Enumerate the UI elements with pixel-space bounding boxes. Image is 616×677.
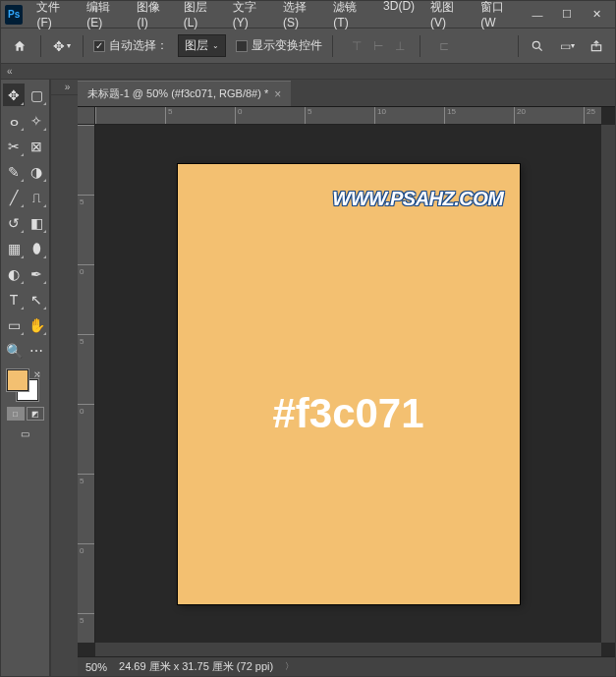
document-area: 未标题-1 @ 50% (#f3c071, RGB/8#) * × 505101… bbox=[78, 80, 615, 676]
history-brush-tool[interactable]: ↺ bbox=[3, 211, 25, 234]
separator bbox=[420, 35, 420, 57]
path-select-tool[interactable]: ↖ bbox=[26, 288, 47, 310]
quick-mask-row: □ ◩ bbox=[3, 407, 47, 421]
svg-point-0 bbox=[532, 41, 539, 48]
zoom-level[interactable]: 50% bbox=[85, 661, 107, 673]
align-bottom-icon[interactable]: ⊥ bbox=[390, 36, 410, 56]
menu-filter[interactable]: 滤镜(T) bbox=[325, 0, 375, 33]
show-transform-label: 显示变换控件 bbox=[252, 37, 322, 54]
toolbox: ✥▢ ⴰ✧ ✂⊠ ✎◑ ╱⎍ ↺◧ ▦⬮ ◐✒ T↖ ▭✋ 🔍⋯ ⤭ □ ◩ ▭ bbox=[1, 80, 50, 676]
show-transform-option[interactable]: 显示变换控件 bbox=[236, 37, 322, 54]
standard-mode-icon[interactable]: □ bbox=[7, 407, 25, 421]
tab-title: 未标题-1 @ 50% (#f3c071, RGB/8#) * bbox=[87, 86, 268, 101]
color-swatches: ⤭ bbox=[3, 369, 47, 403]
collapsed-panel-strip[interactable]: » bbox=[50, 80, 78, 676]
status-bar: 50% 24.69 厘米 x 31.75 厘米 (72 ppi) 〉 bbox=[78, 656, 615, 676]
menu-bar: 文件(F) 编辑(E) 图像(I) 图层(L) 文字(Y) 选择(S) 滤镜(T… bbox=[28, 0, 523, 33]
spot-heal-tool[interactable]: ◑ bbox=[26, 160, 47, 183]
canvas-viewport[interactable]: WWW.PSAHZ.COM #f3c071 bbox=[95, 125, 601, 643]
eyedropper-tool[interactable]: ✎ bbox=[3, 160, 25, 183]
document-tabs: 未标题-1 @ 50% (#f3c071, RGB/8#) * × bbox=[78, 80, 615, 107]
tab-close-icon[interactable]: × bbox=[274, 87, 281, 101]
document-tab[interactable]: 未标题-1 @ 50% (#f3c071, RGB/8#) * × bbox=[78, 81, 291, 106]
panel-collapse-bar[interactable]: » bbox=[51, 80, 78, 95]
align-vcenter-icon[interactable]: ⊢ bbox=[368, 36, 388, 56]
maximize-button[interactable]: ☐ bbox=[552, 5, 582, 25]
menu-select[interactable]: 选择(S) bbox=[275, 0, 325, 33]
search-icon[interactable] bbox=[527, 35, 548, 57]
chevron-down-icon: ⌄ bbox=[212, 41, 219, 50]
app-logo: Ps bbox=[5, 5, 23, 25]
screen-mode-toggle[interactable]: ▭ bbox=[17, 426, 34, 440]
auto-select-checkbox[interactable]: ✓ bbox=[93, 40, 105, 52]
foreground-color[interactable] bbox=[7, 369, 28, 391]
blur-tool[interactable]: ⬮ bbox=[26, 237, 47, 259]
pen-tool[interactable]: ✒ bbox=[26, 262, 47, 285]
brush-tool[interactable]: ╱ bbox=[3, 186, 25, 208]
close-button[interactable]: ✕ bbox=[582, 5, 611, 25]
menu-image[interactable]: 图像(I) bbox=[129, 0, 175, 33]
crop-tool[interactable]: ✂ bbox=[3, 135, 25, 157]
swap-colors-icon[interactable]: ⤭ bbox=[33, 369, 41, 379]
window-controls: — ☐ ✕ bbox=[523, 5, 611, 25]
marquee-tool[interactable]: ▢ bbox=[26, 84, 47, 106]
separator bbox=[518, 35, 519, 57]
minimize-button[interactable]: — bbox=[523, 5, 552, 25]
dropdown-value: 图层 bbox=[185, 37, 208, 54]
menu-window[interactable]: 窗口(W bbox=[473, 0, 523, 33]
menu-file[interactable]: 文件(F) bbox=[28, 0, 79, 33]
edit-toolbar[interactable]: ⋯ bbox=[26, 339, 47, 362]
move-tool-icon[interactable]: ✥▾ bbox=[51, 35, 73, 57]
menu-view[interactable]: 视图(V) bbox=[422, 0, 473, 33]
type-tool[interactable]: T bbox=[3, 288, 25, 310]
magic-wand-tool[interactable]: ✧ bbox=[26, 109, 47, 132]
scrollbar-vertical[interactable] bbox=[601, 125, 615, 643]
svg-line-1 bbox=[539, 47, 542, 50]
options-bar: ✥▾ ✓ 自动选择： 图层 ⌄ 显示变换控件 ⊤ ⊢ ⊥ ⊏ ▭▾ bbox=[1, 28, 615, 64]
screen-mode-row: ▭ bbox=[3, 426, 47, 440]
ruler-origin[interactable] bbox=[78, 107, 95, 125]
collapse-panels-bar[interactable]: « bbox=[1, 64, 615, 80]
separator bbox=[40, 35, 41, 57]
menu-type[interactable]: 文字(Y) bbox=[225, 0, 275, 33]
hex-label: #f3c071 bbox=[178, 390, 520, 437]
status-flyout-icon[interactable]: 〉 bbox=[285, 660, 294, 673]
hand-tool[interactable]: ✋ bbox=[26, 313, 47, 336]
screen-mode-icon[interactable]: ▭▾ bbox=[556, 35, 578, 57]
canvas-wrap: 50510152025 50505050 WWW.PSAHZ.COM #f3c0… bbox=[78, 107, 615, 656]
ruler-horizontal[interactable]: 50510152025 bbox=[95, 107, 601, 125]
scrollbar-horizontal[interactable] bbox=[95, 643, 601, 656]
auto-select-option[interactable]: ✓ 自动选择： bbox=[93, 37, 168, 54]
frame-tool[interactable]: ⊠ bbox=[26, 135, 47, 157]
auto-select-label: 自动选择： bbox=[109, 37, 168, 54]
home-button[interactable] bbox=[9, 35, 30, 57]
align-top-icon[interactable]: ⊤ bbox=[347, 36, 366, 56]
align-group: ⊤ ⊢ ⊥ bbox=[347, 36, 410, 56]
eraser-tool[interactable]: ◧ bbox=[26, 211, 47, 234]
workspace: ✥▢ ⴰ✧ ✂⊠ ✎◑ ╱⎍ ↺◧ ▦⬮ ◐✒ T↖ ▭✋ 🔍⋯ ⤭ □ ◩ ▭… bbox=[1, 80, 615, 676]
watermark-text: WWW.PSAHZ.COM bbox=[332, 188, 503, 210]
separator bbox=[332, 35, 333, 57]
show-transform-checkbox[interactable] bbox=[236, 40, 248, 52]
share-icon[interactable] bbox=[586, 35, 607, 57]
auto-select-dropdown[interactable]: 图层 ⌄ bbox=[178, 34, 226, 57]
menu-layer[interactable]: 图层(L) bbox=[176, 0, 225, 33]
clone-stamp-tool[interactable]: ⎍ bbox=[26, 186, 47, 208]
menu-3d[interactable]: 3D(D) bbox=[375, 0, 422, 33]
doc-dimensions[interactable]: 24.69 厘米 x 31.75 厘米 (72 ppi) bbox=[119, 659, 273, 674]
ruler-vertical[interactable]: 50505050 bbox=[78, 125, 95, 643]
title-bar: Ps 文件(F) 编辑(E) 图像(I) 图层(L) 文字(Y) 选择(S) 滤… bbox=[1, 1, 615, 28]
collapse-icon: « bbox=[7, 66, 13, 77]
dodge-tool[interactable]: ◐ bbox=[3, 262, 25, 285]
align-left-icon[interactable]: ⊏ bbox=[434, 36, 454, 56]
lasso-tool[interactable]: ⴰ bbox=[3, 109, 25, 132]
rectangle-tool[interactable]: ▭ bbox=[3, 313, 25, 336]
zoom-tool[interactable]: 🔍 bbox=[3, 339, 25, 362]
menu-edit[interactable]: 编辑(E) bbox=[79, 0, 129, 33]
gradient-tool[interactable]: ▦ bbox=[3, 237, 25, 259]
artboard[interactable]: WWW.PSAHZ.COM #f3c071 bbox=[178, 164, 520, 604]
move-tool[interactable]: ✥ bbox=[3, 84, 25, 106]
quick-mask-icon[interactable]: ◩ bbox=[27, 407, 44, 421]
separator bbox=[83, 35, 84, 57]
distribute-group: ⊏ bbox=[434, 36, 454, 56]
